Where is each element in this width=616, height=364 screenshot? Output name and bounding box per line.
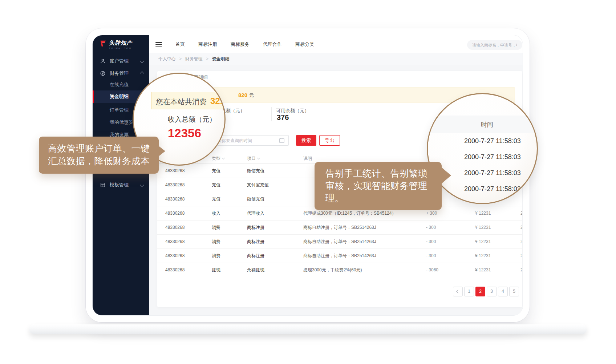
sidebar-item-label: 财务管理	[110, 70, 129, 77]
cell-desc: 商标自助注册，订单号：SB2514263J	[303, 238, 376, 244]
table-row: 48330268 消费 商标注册 商标自助注册，订单号：SB2514263J -…	[157, 234, 522, 249]
pagination-page-3[interactable]: 3	[487, 287, 497, 296]
cell-item: 余额提现	[247, 267, 264, 273]
nav-item-trademark-register[interactable]: 商标注册	[198, 41, 217, 48]
cell-order-no: 48330268	[165, 168, 185, 173]
magnified-notice-bar: 您在本站共消费 32124	[151, 92, 226, 109]
sidebar-item-account[interactable]: 账户管理	[93, 57, 149, 65]
cell-item: 支付宝充值	[247, 182, 269, 188]
cell-order-no: 48330268	[165, 239, 185, 244]
sidebar-item-label: 资金明细	[110, 93, 129, 100]
search-button[interactable]: 搜索	[296, 135, 316, 146]
cell-type: 充值	[212, 196, 220, 202]
cell-balance: ¥ 12231	[475, 253, 491, 258]
cell-desc: 提现3000元，手续费2%(60元)	[303, 267, 362, 273]
pagination-page-2[interactable]: 2	[475, 287, 485, 296]
cell-item: 微信充值	[247, 167, 264, 174]
sort-caret-icon	[222, 156, 225, 159]
sidebar-item-label: 我的优惠券	[110, 119, 133, 126]
chevron-down-icon	[140, 183, 144, 187]
chevron-up-icon	[140, 71, 144, 75]
sidebar: 头牌知产 TOUPAI.COM 账户管理	[93, 35, 149, 315]
table-row: 48330268 消费 商标注册 商标自助注册，订单号：SB2514263J -…	[157, 220, 522, 235]
logo-title: 头牌知产	[109, 40, 132, 46]
balance-value: 376	[277, 113, 289, 122]
breadcrumb-personal-center[interactable]: 个人中心	[158, 56, 176, 61]
pagination: 1 2 3 4 5	[453, 287, 519, 296]
cell-item: 微信充值	[247, 196, 264, 202]
cell-item: 商标注册	[247, 252, 264, 259]
nav-item-agency[interactable]: 代理合作	[263, 41, 282, 48]
sidebar-item-finance[interactable]: 财务管理	[93, 69, 149, 78]
callout-right-line2: 审核，实现智能财务管理	[325, 179, 442, 192]
breadcrumb-separator: >	[179, 56, 182, 61]
magnified-income-value: 12356	[168, 126, 201, 140]
callout-left: 高效管理账户订单、一键 汇总数据，降低财务成本	[39, 137, 159, 174]
nav-item-home[interactable]: 首页	[175, 41, 185, 48]
notice-amount: 820	[238, 92, 247, 98]
cell-type: 消费	[212, 224, 220, 230]
cell-order-no: 48330268	[165, 267, 185, 272]
magnified-time-row: 2000-7-27 11:58:03	[428, 149, 537, 165]
magnified-time-header-label: 时间	[481, 121, 493, 129]
callout-left-line1: 高效管理账户订单、一键	[48, 142, 159, 155]
cell-amount: - 3060	[426, 267, 438, 272]
cell-desc: 代理提成300元（ID:1245，订单号：SB45124）	[303, 210, 396, 216]
cell-balance: ¥ 12231	[475, 239, 491, 244]
notice-unit: 元	[249, 92, 254, 99]
stat-divider	[271, 107, 272, 121]
magnified-time-header: 时间	[428, 116, 537, 133]
cell-order-no: 48330268	[165, 253, 185, 258]
logo-subtitle: TOUPAI.COM	[109, 47, 132, 49]
magnifier-circle-right: 时间 2000-7-27 11:58:03 2000-7-27 11:58:03…	[427, 93, 538, 204]
page: 头牌知产 TOUPAI.COM 账户管理	[0, 0, 616, 364]
brand-flag-icon	[99, 40, 107, 48]
cell-amount: - 300	[426, 225, 436, 230]
pagination-prev-button[interactable]	[453, 287, 463, 296]
chevron-left-icon	[457, 290, 460, 294]
pagination-page-1[interactable]: 1	[464, 287, 474, 296]
hamburger-icon[interactable]	[155, 41, 162, 48]
sidebar-item-label: 在线充值	[110, 81, 129, 88]
cell-order-no: 48330268	[165, 197, 185, 202]
header-item[interactable]: 项目	[247, 155, 260, 161]
cell-amount: - 300	[426, 239, 436, 244]
cell-balance: ¥ 12231	[475, 211, 491, 216]
sidebar-item-template[interactable]: 模板管理	[93, 181, 149, 189]
cell-order-no: 48330268	[165, 211, 185, 216]
calendar-icon[interactable]	[279, 138, 284, 143]
user-icon	[100, 58, 106, 64]
sidebar-item-label: 账户管理	[110, 58, 129, 64]
wallet-icon	[100, 70, 106, 76]
nav-item-trademark-category[interactable]: 商标分类	[295, 41, 314, 48]
header-type[interactable]: 类型	[212, 155, 224, 161]
magnified-notice-text: 您在本站共消费	[156, 97, 207, 107]
search-input[interactable]	[467, 40, 522, 50]
pagination-page-4[interactable]: 4	[498, 287, 508, 296]
top-navbar: 首页 商标注册 商标服务 代理合作 商标分类	[149, 35, 523, 53]
pagination-page-5[interactable]: 5	[509, 287, 519, 296]
cell-type: 充值	[212, 182, 220, 188]
cell-type: 充值	[212, 167, 220, 174]
cell-time: 2000-7-27 11:58:03	[520, 225, 522, 230]
cell-time: 2000-7-27 11:58:03	[520, 267, 522, 272]
template-icon	[100, 182, 106, 188]
cell-type: 消费	[212, 238, 220, 244]
laptop-base	[29, 324, 587, 334]
breadcrumb: 个人中心 > 财务管理 > 资金明细	[149, 53, 523, 65]
sidebar-item-online-recharge[interactable]: 在线充值	[93, 80, 149, 89]
export-button[interactable]: 导出	[319, 135, 340, 146]
cell-time: 2000-7-27 11:58:03	[520, 239, 522, 244]
cell-desc: 商标自助注册，订单号：SB2514263J	[303, 252, 376, 259]
breadcrumb-separator: >	[206, 56, 208, 61]
cell-amount: + 300	[426, 211, 437, 216]
cell-type: 消费	[212, 252, 220, 259]
cell-order-no: 48330268	[165, 182, 185, 187]
breadcrumb-finance[interactable]: 财务管理	[185, 56, 203, 61]
callout-right-line1: 告别手工统计、告别繁琐	[325, 167, 442, 179]
magnified-income-label: 收入总额（元）	[168, 115, 216, 124]
cell-type: 提现	[212, 267, 220, 273]
callout-right: 告别手工统计、告别繁琐 审核，实现智能财务管理 理。	[315, 162, 442, 210]
cell-item: 商标注册	[247, 224, 264, 230]
nav-item-trademark-service[interactable]: 商标服务	[231, 41, 250, 48]
